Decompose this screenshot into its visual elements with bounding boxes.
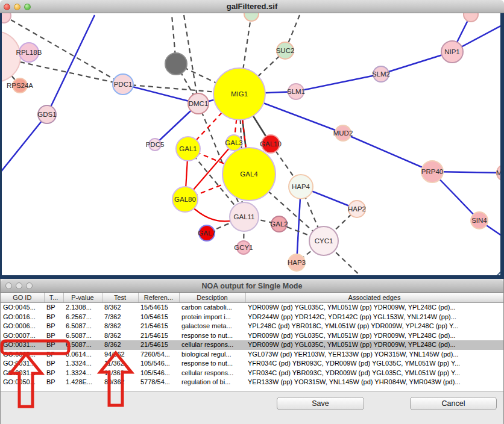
table-cell: YDR009W (pd) YGL035C, YML051W (pp) YDR00… xyxy=(245,331,503,341)
window-border-right xyxy=(500,13,504,279)
graph-node-label: PRP40 xyxy=(421,168,443,175)
table-body: GO:0045...BP2.1308...8/36215/54615carbon… xyxy=(1,303,503,387)
table-cell: 94/362 xyxy=(102,350,138,360)
table-row[interactable]: GO:0050...BP1.428E...80/3625778/54...reg… xyxy=(1,378,503,387)
table-cell: GO:0065... xyxy=(1,350,44,360)
results-table: GO IDT...P-valueTestReferen...Desciption… xyxy=(1,293,503,387)
table-cell: 8/362 xyxy=(102,303,138,313)
table-cell: 6.5087... xyxy=(63,322,102,331)
graph-node-label: SLM1 xyxy=(287,88,305,95)
table-row[interactable]: GO:0031...BP1.3324...11/362105/546...res… xyxy=(1,359,503,369)
table-cell: 8.0614... xyxy=(63,350,102,360)
graph-window-title: galFiltered.sif xyxy=(0,2,504,11)
table-cell: cellular respons... xyxy=(179,340,245,350)
table-cell: 8/362 xyxy=(102,331,138,341)
table-cell: GO:0031... xyxy=(1,369,44,378)
table-cell: BP xyxy=(44,331,63,341)
table-row[interactable]: GO:0031...BP1.3324...11/362105/546...cel… xyxy=(1,369,503,378)
graph-node-node-green-top[interactable] xyxy=(244,13,259,21)
table-cell: BP xyxy=(44,359,63,369)
graph-node-node-left-large[interactable] xyxy=(0,31,20,82)
graph-node-label: GAL7 xyxy=(198,229,215,237)
table-cell: GO:0031... xyxy=(1,340,44,350)
table-cell: BP xyxy=(44,322,63,331)
table-cell: BP xyxy=(44,378,63,387)
noa-output-window: NOA output for Single Mode GO IDT...P-va… xyxy=(0,279,504,424)
results-table-container[interactable]: GO IDT...P-valueTestReferen...Desciption… xyxy=(1,293,503,392)
table-row[interactable]: GO:0007...BP6.5087...8/36221/54615respon… xyxy=(1,331,503,341)
table-cell: YDR009W (pd) YGL035C, YML051W (pp) YDR00… xyxy=(245,303,503,313)
table-cell: YFR034C (pd) YBR093C, YDR009W (pd) YGL03… xyxy=(245,359,503,369)
graph-node-node-top-right[interactable] xyxy=(464,13,478,22)
table-cell: 80/362 xyxy=(102,378,138,387)
table-cell: 8/362 xyxy=(102,340,138,350)
noa-window-titlebar[interactable]: NOA output for Single Mode xyxy=(1,279,503,293)
graph-node-label: DMC1 xyxy=(189,100,209,107)
graph-node-label: GAL2 xyxy=(270,220,288,228)
graph-node-label: SUC2 xyxy=(276,47,295,54)
column-header-go-id[interactable]: GO ID xyxy=(1,293,44,303)
graph-node-label: PDC5 xyxy=(146,141,165,148)
table-cell: 15/54615 xyxy=(138,303,179,313)
table-cell: 8/362 xyxy=(102,322,138,331)
table-cell: BP xyxy=(44,350,63,360)
column-header-p-value[interactable]: P-value xyxy=(63,293,102,303)
column-header-referen-[interactable]: Referen... xyxy=(138,293,179,303)
table-cell: GO:0016... xyxy=(1,313,44,322)
table-cell: response to nut... xyxy=(179,331,245,341)
graph-edge[interactable] xyxy=(0,114,47,173)
table-cell: 1.428E... xyxy=(63,378,102,387)
graph-window-titlebar[interactable]: galFiltered.sif xyxy=(0,0,504,13)
graph-node-label: PDC1 xyxy=(114,81,133,88)
table-cell: GO:0031... xyxy=(1,359,44,369)
noa-window-title: NOA output for Single Mode xyxy=(1,282,503,290)
table-row[interactable]: GO:0045...BP2.1308...8/36215/54615carbon… xyxy=(1,303,503,313)
table-header-row: GO IDT...P-valueTestReferen...Desciption… xyxy=(1,293,503,303)
table-cell: GO:0050... xyxy=(1,378,44,387)
column-header-associated-edges[interactable]: Associated edges xyxy=(245,293,503,303)
table-cell: biological regul... xyxy=(179,350,245,360)
table-cell: 7260/54... xyxy=(138,350,179,360)
column-header-desciption[interactable]: Desciption xyxy=(179,293,245,303)
graph-node-label: HAP2 xyxy=(348,205,366,213)
graph-node-label: GAL80 xyxy=(174,196,196,203)
table-cell: response to nut... xyxy=(179,359,245,369)
table-row[interactable]: GO:0065...BP8.0614...94/3627260/54...bio… xyxy=(1,350,503,360)
graph-node-label: GAL3 xyxy=(225,139,242,146)
table-cell: 7/362 xyxy=(102,313,138,322)
table-cell: 1.3324... xyxy=(63,369,102,378)
table-cell: 6.5087... xyxy=(63,331,102,341)
graph-node-label: CYC1 xyxy=(315,237,333,245)
table-cell: protein import i... xyxy=(179,313,245,322)
graph-edge[interactable] xyxy=(47,15,95,114)
graph-node-label: GCY1 xyxy=(234,244,253,251)
table-cell: cellular respons... xyxy=(179,369,245,378)
graph-edge[interactable] xyxy=(296,74,381,92)
table-cell: 5778/54... xyxy=(138,378,179,387)
graph-node-label: SLM2 xyxy=(372,70,390,78)
table-cell: 10/54615 xyxy=(138,313,179,322)
column-header-t-[interactable]: T... xyxy=(44,293,63,303)
network-canvas[interactable]: RPL18BRPS24AGDS1PDC1DMC1MIG1SUC2SLM1SLM2… xyxy=(0,13,504,279)
table-row[interactable]: GO:0031...BP6.5087...8/36221/54615cellul… xyxy=(1,340,503,350)
table-row[interactable]: GO:0006...BP6.5087...8/36221/54615galact… xyxy=(1,322,503,331)
table-cell: 21/54615 xyxy=(138,331,179,341)
save-button[interactable]: Save xyxy=(277,397,364,410)
table-cell: GO:0007... xyxy=(1,331,44,341)
table-cell: 6.5087... xyxy=(63,340,102,350)
column-header-test[interactable]: Test xyxy=(102,293,138,303)
table-cell: YER133W (pp) YOR315W, YNL145W (pd) YHR08… xyxy=(245,378,503,387)
graph-edge[interactable] xyxy=(343,133,432,172)
table-cell: 6.2567... xyxy=(63,313,102,322)
cancel-button[interactable]: Cancel xyxy=(410,397,497,410)
table-row[interactable]: GO:0016...BP6.2567...7/36210/54615protei… xyxy=(1,313,503,322)
table-cell: BP xyxy=(44,340,63,350)
graph-node-label: GDS1 xyxy=(37,111,56,118)
graph-window: RPL18BRPS24AGDS1PDC1DMC1MIG1SUC2SLM1SLM2… xyxy=(0,0,504,279)
table-cell: GO:0006... xyxy=(1,322,44,331)
table-cell: BP xyxy=(44,303,63,313)
table-cell: 105/546... xyxy=(138,359,179,369)
table-cell: 1.3324... xyxy=(63,359,102,369)
table-cell: YDR009W (pd) YGL035C, YML051W (pp) YDR00… xyxy=(245,340,503,350)
graph-node-node-gray[interactable] xyxy=(165,53,187,75)
